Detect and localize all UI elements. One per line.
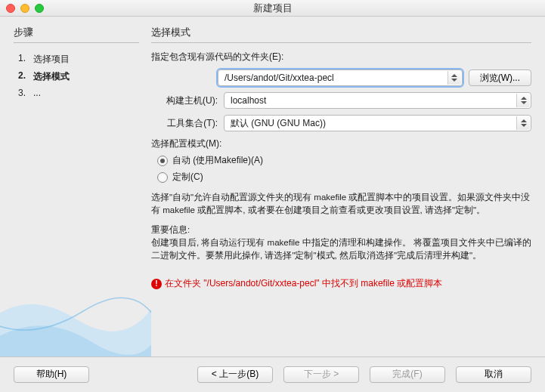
folder-combobox[interactable]: /Users/andot/Git/xxtea-pecl [218, 69, 463, 86]
error-icon: ! [151, 279, 162, 289]
host-value: localhost [231, 95, 266, 106]
back-button[interactable]: < 上一步(B) [197, 366, 273, 383]
dialog-footer: 帮助(H) < 上一步(B) 下一步 > 完成(F) 取消 [0, 357, 545, 391]
divider [151, 42, 531, 43]
toolset-label: 工具集合(T): [151, 117, 218, 130]
zoom-icon[interactable] [35, 4, 44, 13]
folder-value: /Users/andot/Git/xxtea-pecl [225, 73, 334, 83]
radio-auto[interactable]: 自动 (使用Makefile)(A) [157, 154, 531, 167]
step-item: 2.选择模式 [14, 68, 139, 85]
window-controls [6, 4, 44, 13]
chevron-down-icon[interactable] [516, 94, 530, 107]
chevron-down-icon[interactable] [447, 71, 461, 85]
panel-heading: 选择模式 [151, 26, 531, 39]
radio-icon [157, 172, 168, 183]
radio-custom[interactable]: 定制(C) [157, 171, 531, 184]
radio-icon [157, 156, 168, 166]
error-message: ! 在文件夹 "/Users/andot/Git/xxtea-pecl" 中找不… [151, 277, 531, 290]
close-icon[interactable] [6, 4, 15, 13]
steps-sidebar: 步骤 1.选择项目 2.选择模式 3.... [0, 17, 151, 357]
step-item: 1.选择项目 [14, 51, 139, 68]
steps-heading: 步骤 [14, 26, 139, 39]
description-text: 选择"自动"允许自动配置源文件夹的现有 makefile 或配置脚本中的项目设置… [151, 191, 531, 262]
window-title: 新建项目 [6, 2, 539, 15]
cancel-button[interactable]: 取消 [456, 366, 531, 383]
steps-list: 1.选择项目 2.选择模式 3.... [14, 51, 139, 100]
next-button[interactable]: 下一步 > [283, 366, 359, 383]
help-button[interactable]: 帮助(H) [14, 366, 89, 383]
step-item: 3.... [14, 85, 139, 100]
browse-button[interactable]: 浏览(W)... [469, 69, 531, 86]
config-mode-label: 选择配置模式(M): [151, 137, 531, 150]
toolset-select[interactable]: 默认 (GNU (GNU Mac)) [224, 115, 531, 131]
finish-button[interactable]: 完成(F) [370, 366, 445, 383]
divider [14, 42, 139, 43]
titlebar: 新建项目 [0, 0, 545, 17]
folder-label: 指定包含现有源代码的文件夹(E): [151, 51, 531, 63]
host-select[interactable]: localhost [224, 92, 531, 109]
decorative-wave [0, 236, 151, 357]
config-mode-group: 自动 (使用Makefile)(A) 定制(C) [157, 154, 531, 184]
host-label: 构建主机(U): [151, 94, 218, 107]
main-panel: 选择模式 指定包含现有源代码的文件夹(E): /Users/andot/Git/… [151, 17, 545, 357]
chevron-down-icon[interactable] [516, 116, 530, 130]
toolset-value: 默认 (GNU (GNU Mac)) [231, 117, 326, 130]
minimize-icon[interactable] [20, 4, 29, 13]
